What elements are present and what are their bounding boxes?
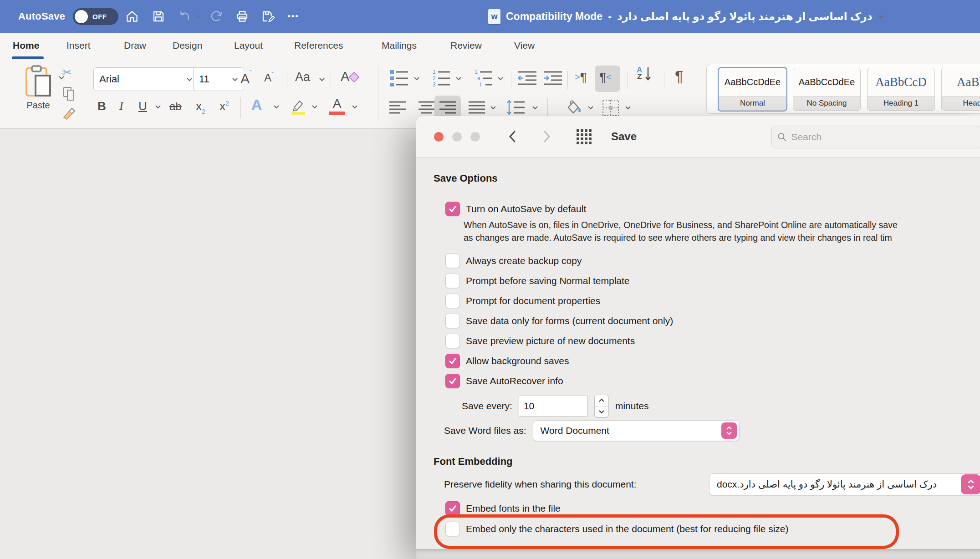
tab-layout[interactable]: Layout <box>234 33 263 58</box>
save-every-stepper[interactable] <box>594 395 609 417</box>
preserve-fidelity-dropdown[interactable]: درک اساسی از هنرمند پائولا رگو دو پایه ا… <box>709 473 980 495</box>
underline-chevron-icon[interactable] <box>155 105 161 109</box>
tab-home[interactable]: Home <box>13 33 39 58</box>
highlight-color-button[interactable] <box>289 97 307 116</box>
superscript-button[interactable]: x2 <box>219 99 229 113</box>
show-paragraph-marks-button[interactable]: ¶ <box>675 67 683 85</box>
checkbox-prompt-doc-properties[interactable] <box>445 294 460 308</box>
tab-mailings[interactable]: Mailings <box>382 33 417 58</box>
style-heading-1[interactable]: AaBbCcD Heading 1 <box>867 68 935 111</box>
back-button[interactable] <box>505 129 520 144</box>
grow-font-button[interactable]: Aˆ <box>240 69 252 86</box>
shrink-font-button[interactable]: Aˇ <box>264 71 274 84</box>
style-heading-2[interactable]: AaBbC Headin <box>941 68 980 111</box>
align-left-icon[interactable] <box>389 101 406 114</box>
stepper-up-icon[interactable] <box>595 395 608 407</box>
checkbox-autosave-default[interactable] <box>445 202 460 216</box>
style-no-spacing[interactable]: AaBbCcDdEe No Spacing <box>793 68 861 111</box>
line-spacing-button[interactable] <box>506 99 526 116</box>
paste-button[interactable] <box>24 65 54 99</box>
home-icon[interactable] <box>124 8 140 25</box>
tab-insert[interactable]: Insert <box>66 33 91 58</box>
sort-button[interactable]: AZ <box>637 66 652 84</box>
word-application-window: AutoSave OFF ••• W Compatibility Mod <box>0 0 980 559</box>
style-sample: AaBbCcDdEe <box>793 68 860 96</box>
decrease-indent-icon[interactable] <box>517 70 537 86</box>
search-field[interactable] <box>771 126 980 148</box>
bullets-button[interactable] <box>390 69 409 87</box>
subscript-button[interactable]: x2 <box>196 99 205 115</box>
close-window-button[interactable] <box>434 132 444 142</box>
styles-gallery: AaBbCcDdEe Normal AaBbCcDdEe No Spacing … <box>706 64 980 114</box>
borders-chevron-icon[interactable] <box>625 106 631 110</box>
justify-icon[interactable] <box>468 101 485 114</box>
text-effects-button[interactable]: A <box>251 97 262 113</box>
multilevel-list-chevron-icon[interactable] <box>497 76 504 81</box>
save-icon[interactable] <box>150 8 167 25</box>
undo-chevron-icon[interactable] <box>193 8 202 25</box>
stepper-down-icon[interactable] <box>595 407 608 417</box>
text-effects-chevron-icon[interactable] <box>273 105 280 109</box>
borders-button[interactable] <box>602 99 619 117</box>
checkbox-save-data-forms[interactable] <box>445 314 460 328</box>
checkbox-background-saves[interactable] <box>445 354 460 368</box>
underline-button[interactable]: U <box>138 99 147 113</box>
bold-button[interactable]: B <box>97 99 106 113</box>
copy-icon[interactable] <box>63 86 76 101</box>
font-size-combobox[interactable]: 11 <box>193 67 244 91</box>
strikethrough-button[interactable]: ab <box>169 100 182 113</box>
font-name-combobox[interactable]: Arial <box>93 67 199 91</box>
checkbox-embed-fonts[interactable] <box>445 501 460 516</box>
checkbox-backup-copy[interactable] <box>445 254 460 268</box>
zoom-window-button[interactable] <box>470 132 480 142</box>
show-all-preferences-icon[interactable] <box>577 129 592 144</box>
more-commands-icon[interactable]: ••• <box>283 8 303 25</box>
tab-view[interactable]: View <box>514 33 535 58</box>
title-menu-chevron-icon[interactable] <box>878 15 884 19</box>
paste-label[interactable]: Paste <box>19 100 57 111</box>
rtl-paragraph-button-selected[interactable]: ¶< <box>595 66 620 92</box>
minimize-window-button[interactable] <box>452 132 462 142</box>
italic-button[interactable]: I <box>119 99 123 113</box>
cut-icon[interactable]: ✂ <box>62 66 72 80</box>
multilevel-list-button[interactable]: 1ai <box>474 69 493 87</box>
autosave-toggle[interactable]: OFF <box>73 8 118 25</box>
checkbox-label: Prompt for document properties <box>466 295 600 306</box>
shading-chevron-icon[interactable] <box>587 106 594 110</box>
alignment-chevron-icon[interactable] <box>490 106 496 110</box>
save-as-icon[interactable] <box>260 8 276 25</box>
numbering-chevron-icon[interactable] <box>455 76 462 81</box>
save-word-files-dropdown[interactable]: Word Document <box>533 420 740 441</box>
save-word-files-label: Save Word files as: <box>444 425 526 436</box>
search-input[interactable] <box>790 131 977 143</box>
change-case-button[interactable]: Aa <box>295 70 310 84</box>
clear-formatting-button[interactable]: A <box>341 69 358 84</box>
font-color-chevron-icon[interactable] <box>352 105 358 109</box>
save-every-input[interactable] <box>519 396 588 417</box>
checkbox-prompt-normal-template[interactable] <box>445 274 460 288</box>
checkbox-save-preview-picture[interactable] <box>445 334 460 348</box>
numbering-button[interactable]: 123 <box>432 69 451 87</box>
print-icon[interactable] <box>234 8 250 25</box>
format-painter-icon[interactable] <box>61 107 77 122</box>
highlight-color-chevron-icon[interactable] <box>311 105 318 109</box>
change-case-chevron-icon[interactable] <box>319 77 325 81</box>
font-color-button[interactable]: A <box>329 97 345 115</box>
tab-design[interactable]: Design <box>173 33 202 58</box>
redo-icon[interactable] <box>209 8 225 25</box>
undo-icon[interactable] <box>177 8 193 25</box>
forward-button[interactable] <box>539 129 554 144</box>
line-spacing-chevron-icon[interactable] <box>532 106 538 110</box>
ltr-paragraph-button[interactable]: >¶ <box>575 70 587 85</box>
tab-draw[interactable]: Draw <box>124 33 146 58</box>
font-size-value: 11 <box>199 73 209 85</box>
style-normal[interactable]: AaBbCcDdEe Normal <box>719 68 786 111</box>
tab-review[interactable]: Review <box>450 33 482 58</box>
checkbox-embed-characters-only[interactable] <box>445 522 460 536</box>
increase-indent-icon[interactable] <box>543 70 563 86</box>
bullets-chevron-icon[interactable] <box>413 76 420 81</box>
align-center-icon[interactable] <box>418 101 435 114</box>
tab-references[interactable]: References <box>294 33 343 58</box>
shading-bucket-icon[interactable] <box>565 99 583 116</box>
checkbox-autorecover[interactable] <box>445 374 460 388</box>
